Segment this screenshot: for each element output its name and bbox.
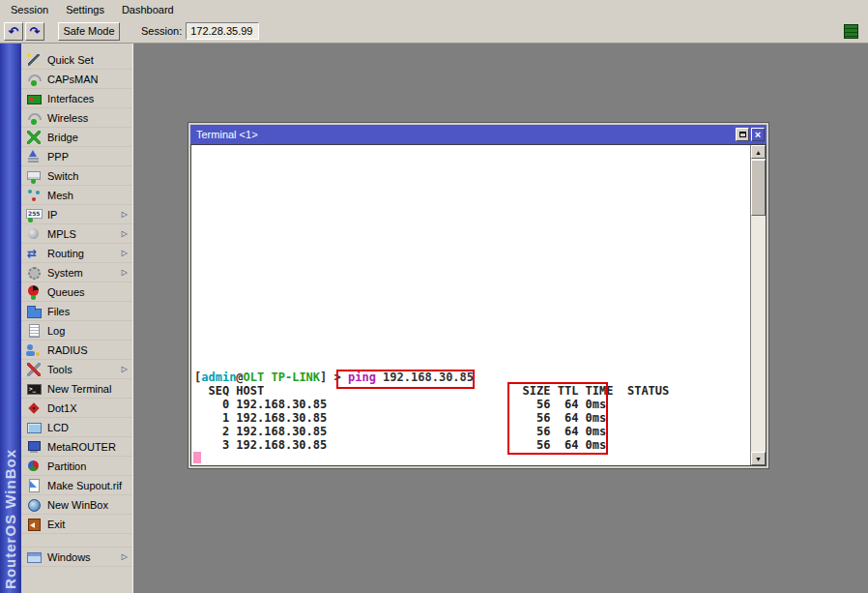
sidebar-item-routing[interactable]: Routing▷ xyxy=(21,244,132,263)
close-button[interactable]: × xyxy=(751,128,765,141)
sidebar-item-queues[interactable]: Queues xyxy=(21,282,132,302)
prompt-at: @ xyxy=(236,371,243,384)
log-paper-icon xyxy=(26,323,42,339)
terminal-window: Terminal <1> × [admin@OLT TP-LINK] > pin… xyxy=(188,123,768,468)
terminal-main: [admin@OLT TP-LINK] > ping 192.168.30.85… xyxy=(190,144,767,466)
sidebar-spacer xyxy=(21,534,132,548)
sidebar-item-dot1x[interactable]: Dot1X xyxy=(21,399,132,418)
sidebar-item-wireless[interactable]: Wireless xyxy=(21,108,132,128)
sidebar-item-ip[interactable]: IP▷ xyxy=(21,205,132,224)
sidebar-item-label: Files xyxy=(47,306,70,317)
menu-dashboard[interactable]: Dashboard xyxy=(113,1,183,18)
maximize-icon xyxy=(739,132,746,137)
magic-wand-icon xyxy=(26,52,42,68)
sidebar-item-new-terminal[interactable]: New Terminal xyxy=(21,379,132,399)
undo-button[interactable]: ↶ xyxy=(4,22,23,41)
sidebar-item-new-winbox[interactable]: New WinBox xyxy=(21,495,132,515)
menu-settings[interactable]: Settings xyxy=(57,1,113,18)
sidebar-item-label: Make Supout.rif xyxy=(47,480,122,491)
sidebar-item-label: PPP xyxy=(47,151,69,163)
user-key-icon xyxy=(26,342,42,358)
sidebar-item-label: Routing xyxy=(47,248,84,259)
sidebar-item-label: Bridge xyxy=(47,132,78,143)
sidebar-item-label: Dot1X xyxy=(47,402,77,414)
sidebar-item-mesh[interactable]: Mesh xyxy=(21,186,132,205)
sidebar-item-tools[interactable]: Tools▷ xyxy=(21,360,132,379)
close-icon: × xyxy=(755,130,761,140)
prompt-host: OLT TP-LINK xyxy=(244,371,320,384)
sidebar-item-label: Interfaces xyxy=(47,93,94,104)
sidebar-item-bridge[interactable]: Bridge xyxy=(21,128,132,147)
routeros-winbox-branding: RouterOS WinBox xyxy=(2,449,18,589)
antenna-icon xyxy=(26,72,42,87)
submenu-arrow-icon: ▷ xyxy=(122,249,128,257)
sidebar-item-lcd[interactable]: LCD xyxy=(21,418,132,437)
sidebar-item-files[interactable]: Files xyxy=(21,302,132,321)
winbox-globe-icon xyxy=(26,497,42,513)
scroll-down-icon: ▼ xyxy=(755,456,762,462)
submenu-arrow-icon: ▷ xyxy=(122,210,128,219)
sidebar-item-switch[interactable]: Switch xyxy=(21,166,132,186)
monitor-icon xyxy=(26,439,42,455)
scroll-up-button[interactable]: ▲ xyxy=(751,145,766,159)
sidebar-item-label: Quick Set xyxy=(47,54,94,66)
folder-icon xyxy=(26,304,42,319)
safe-mode-button[interactable]: Safe Mode xyxy=(58,22,120,41)
submenu-arrow-icon: ▷ xyxy=(122,229,128,238)
sidebar-item-quick-set[interactable]: Quick Set xyxy=(21,50,132,70)
sidebar-item-label: Switch xyxy=(47,170,78,182)
terminal-scrollbar[interactable]: ▲ ▼ xyxy=(750,145,766,465)
maximize-button[interactable] xyxy=(736,128,749,141)
sidebar-item-label: IP xyxy=(47,209,57,221)
sidebar-item-make-supout-rif[interactable]: Make Supout.rif xyxy=(21,476,132,495)
session-label: Session: xyxy=(141,25,182,37)
redo-button[interactable]: ↷ xyxy=(25,22,44,41)
submenu-arrow-icon: ▷ xyxy=(122,552,128,561)
terminal-icon xyxy=(26,381,42,397)
undo-icon: ↶ xyxy=(9,25,19,38)
sidebar-item-interfaces[interactable]: Interfaces xyxy=(21,89,132,108)
sidebar-item-label: Windows xyxy=(47,551,91,563)
sidebar-item-windows[interactable]: Windows▷ xyxy=(21,548,132,567)
pie-chart-icon xyxy=(26,284,42,300)
scroll-down-button[interactable]: ▼ xyxy=(751,452,766,465)
sidebar-item-partition[interactable]: Partition xyxy=(21,457,132,476)
sidebar-item-exit[interactable]: Exit xyxy=(21,515,132,534)
scrollbar-track[interactable] xyxy=(751,159,766,452)
brand-strip: RouterOS WinBox xyxy=(0,44,21,593)
connection-indicator-icon xyxy=(844,24,858,39)
sidebar-item-system[interactable]: System▷ xyxy=(21,263,132,282)
routing-arrows-icon xyxy=(26,246,42,261)
gear-icon xyxy=(26,265,42,281)
sidebar-item-label: System xyxy=(47,267,83,279)
menu-session[interactable]: Session xyxy=(2,1,57,18)
ppp-icon xyxy=(26,149,42,164)
prompt-user: admin xyxy=(201,371,236,384)
bridge-arrows-icon xyxy=(26,130,42,145)
sidebar-item-log[interactable]: Log xyxy=(21,321,132,341)
annotation-box-command xyxy=(336,370,475,389)
scrollbar-thumb[interactable] xyxy=(751,160,766,216)
sidebar-item-label: CAPsMAN xyxy=(47,74,99,85)
sidebar-item-label: Wireless xyxy=(47,112,88,124)
sidebar-item-ppp[interactable]: PPP xyxy=(21,147,132,166)
ip-255-icon xyxy=(26,207,42,222)
sidebar: Quick SetCAPsMANInterfacesWirelessBridge… xyxy=(21,44,133,593)
sidebar-item-mpls[interactable]: MPLS▷ xyxy=(21,224,132,244)
sidebar-item-label: Exit xyxy=(47,519,65,530)
switch-icon xyxy=(26,168,42,184)
sidebar-item-capsman[interactable]: CAPsMAN xyxy=(21,70,132,89)
tools-icon xyxy=(26,362,42,377)
sidebar-item-label: Log xyxy=(47,325,65,337)
dot1x-icon xyxy=(26,400,42,416)
winbox-app: Session Settings Dashboard ↶ ↷ Safe Mode… xyxy=(0,0,868,593)
sidebar-item-radius[interactable]: RADIUS xyxy=(21,341,132,360)
redo-icon: ↷ xyxy=(30,25,41,38)
sidebar-item-metarouter[interactable]: MetaROUTER xyxy=(21,437,132,457)
terminal-body[interactable]: [admin@OLT TP-LINK] > ping 192.168.30.85… xyxy=(191,145,750,465)
terminal-titlebar[interactable]: Terminal <1> × xyxy=(190,125,767,144)
session-address-field[interactable]: 172.28.35.99 xyxy=(186,22,259,40)
document-icon xyxy=(26,478,42,493)
sidebar-item-label: Queues xyxy=(47,286,85,298)
partition-pie-icon xyxy=(26,459,42,474)
